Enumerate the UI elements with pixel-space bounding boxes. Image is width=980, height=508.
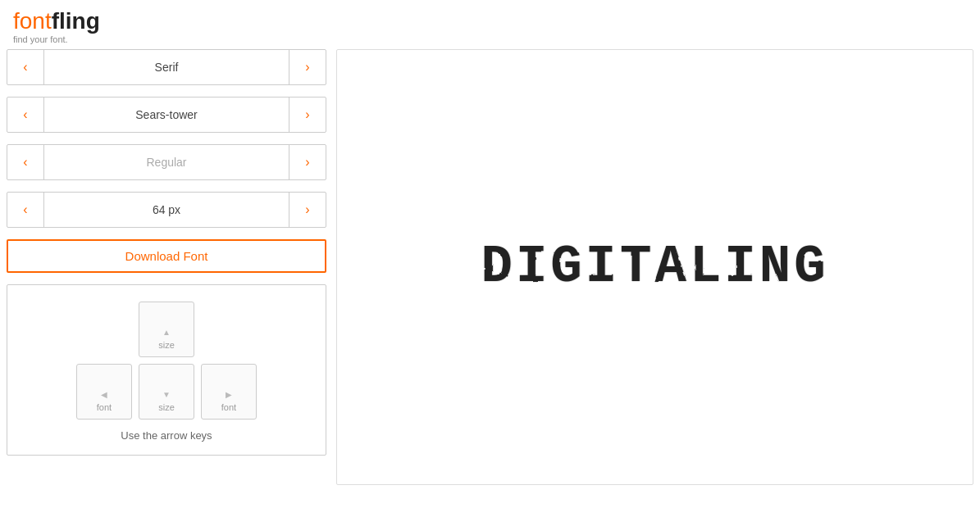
key-right-font: ▶ font: [201, 364, 257, 420]
size-selector: ‹ 64 px ›: [7, 192, 326, 228]
style-label: Regular: [43, 145, 289, 179]
key-left-font: ◀ font: [76, 364, 132, 420]
key-left-label: font: [97, 402, 112, 412]
size-next-button[interactable]: ›: [289, 193, 326, 227]
font-label: Sears-tower: [43, 98, 289, 132]
logo-tagline: find your font.: [13, 34, 967, 44]
key-down-label: size: [158, 402, 175, 412]
logo: fontfling: [13, 10, 967, 33]
font-selector: ‹ Sears-tower ›: [7, 97, 326, 133]
category-next-button[interactable]: ›: [289, 50, 326, 84]
category-prev-button[interactable]: ‹: [7, 50, 43, 84]
key-down-arrow-icon: ▼: [162, 390, 171, 399]
size-label: 64 px: [43, 193, 289, 227]
style-prev-button[interactable]: ‹: [7, 145, 43, 179]
logo-font-part: font: [13, 8, 52, 34]
main-layout: ‹ Serif › ‹ Sears-tower › ‹ Regular › ‹ …: [0, 49, 980, 492]
category-label: Serif: [43, 50, 289, 84]
category-selector: ‹ Serif ›: [7, 49, 326, 85]
font-next-button[interactable]: ›: [289, 98, 326, 132]
style-selector: ‹ Regular ›: [7, 144, 326, 180]
key-up-label: size: [158, 340, 175, 350]
keyboard-hint-box: ▲ size ◀ font ▼ size ▶ font Use t: [7, 284, 326, 456]
left-panel: ‹ Serif › ‹ Sears-tower › ‹ Regular › ‹ …: [7, 49, 326, 485]
key-up-arrow-icon: ▲: [162, 328, 171, 337]
key-right-label: font: [221, 402, 236, 412]
download-font-button[interactable]: Download Font: [7, 239, 326, 273]
key-left-arrow-icon: ◀: [101, 390, 107, 399]
key-down-size: ▼ size: [139, 364, 194, 420]
header: fontfling find your font.: [0, 0, 980, 49]
style-next-button[interactable]: ›: [289, 145, 326, 179]
keyboard-hint-top-row: ▲ size: [139, 302, 194, 357]
keyboard-hint-mid-row: ◀ font ▼ size ▶ font: [76, 364, 257, 420]
size-prev-button[interactable]: ‹: [7, 193, 43, 227]
font-prev-button[interactable]: ‹: [7, 98, 43, 132]
key-right-arrow-icon: ▶: [226, 390, 232, 399]
font-preview-text: DIGITALING: [464, 221, 845, 313]
logo-fling-part: fling: [52, 8, 100, 34]
key-up-size: ▲ size: [139, 302, 194, 357]
keyboard-hint-text: Use the arrow keys: [121, 429, 212, 442]
font-preview-panel: DIGITALING: [336, 49, 973, 485]
